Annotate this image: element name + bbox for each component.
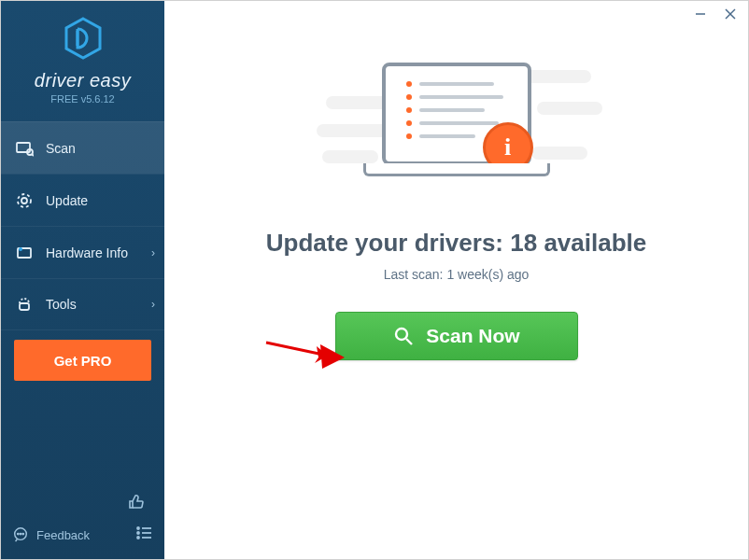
svg-point-15: [20, 533, 21, 534]
svg-marker-3: [66, 19, 100, 58]
scan-icon: [14, 138, 35, 159]
get-pro-button[interactable]: Get PRO: [14, 340, 151, 381]
tools-icon: [14, 294, 35, 315]
svg-point-19: [137, 532, 139, 534]
sidebar-footer: Feedback: [1, 483, 164, 559]
svg-point-9: [21, 198, 27, 203]
hardware-icon: [14, 243, 35, 263]
svg-point-14: [18, 533, 19, 534]
brand-version: FREE v5.6.12: [1, 93, 164, 105]
svg-point-23: [396, 329, 407, 340]
brand-name: driver easy: [1, 70, 164, 91]
list-menu-icon[interactable]: [134, 524, 153, 546]
feedback-label: Feedback: [36, 528, 90, 542]
headline-suffix: available: [537, 229, 646, 257]
svg-line-24: [406, 339, 412, 344]
svg-line-7: [32, 154, 34, 156]
svg-point-8: [18, 194, 31, 207]
svg-point-16: [22, 533, 23, 534]
magnifier-icon: [392, 325, 415, 347]
brand-block: driver easy FREE v5.6.12: [1, 1, 164, 116]
thumbs-up-icon[interactable]: [127, 492, 146, 514]
get-pro-label: Get PRO: [54, 353, 112, 369]
main-content: i Update your drivers: 18 available Last…: [164, 1, 748, 559]
sidebar-item-tools[interactable]: Tools ›: [1, 278, 164, 330]
headline-prefix: Update your drivers:: [266, 229, 511, 257]
last-scan-line: Last scan: 1 week(s) ago: [384, 267, 530, 282]
window-controls: [694, 1, 748, 27]
minimize-button[interactable]: [694, 7, 707, 21]
drivers-available-count: 18: [510, 229, 537, 257]
svg-point-11: [19, 247, 22, 251]
svg-point-17: [137, 527, 139, 529]
chevron-right-icon: ›: [151, 246, 155, 259]
scan-now-button[interactable]: Scan Now: [335, 312, 578, 360]
sidebar: driver easy FREE v5.6.12 Scan Update: [1, 1, 164, 559]
update-icon: [14, 190, 35, 211]
chat-icon: [12, 526, 29, 543]
last-scan-value: 1 week(s) ago: [446, 267, 529, 282]
headline: Update your drivers: 18 available: [266, 229, 647, 258]
sidebar-item-hardware-info[interactable]: Hardware Info ›: [1, 226, 164, 278]
app-logo-icon: [61, 16, 106, 61]
laptop-illustration: i: [317, 57, 597, 197]
sidebar-nav: Scan Update Hardware Info ›: [1, 121, 164, 330]
sidebar-item-label: Update: [46, 193, 88, 208]
last-scan-prefix: Last scan:: [384, 267, 447, 282]
sidebar-item-scan[interactable]: Scan: [1, 121, 164, 174]
chevron-right-icon: ›: [151, 298, 155, 311]
svg-point-21: [137, 537, 139, 539]
feedback-button[interactable]: Feedback: [12, 526, 90, 543]
scan-now-label: Scan Now: [426, 325, 519, 347]
sidebar-item-label: Scan: [46, 141, 76, 156]
close-button[interactable]: [724, 7, 737, 21]
sidebar-item-update[interactable]: Update: [1, 174, 164, 226]
sidebar-item-label: Tools: [46, 297, 77, 312]
svg-rect-12: [20, 303, 29, 310]
sidebar-item-label: Hardware Info: [46, 245, 128, 260]
